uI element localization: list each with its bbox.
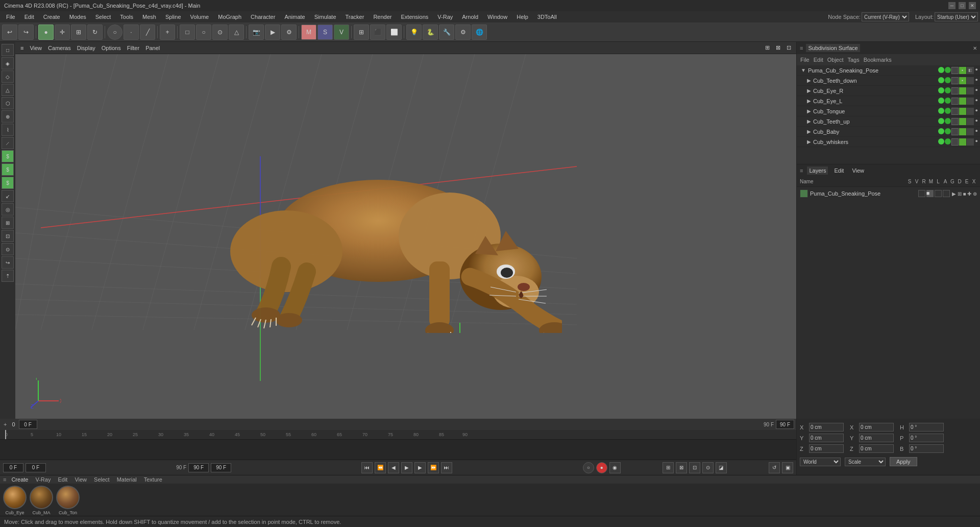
pb-mode2-btn[interactable]: ⊠: [676, 462, 687, 473]
pb-sel2-btn[interactable]: ▣: [782, 462, 793, 473]
menu-character[interactable]: Character: [247, 13, 279, 21]
material3-btn[interactable]: V: [334, 25, 349, 40]
left-tool-5[interactable]: ⬡: [2, 97, 14, 109]
om-row-whiskers[interactable]: ▶ Cub_whiskers ●: [797, 137, 980, 147]
pb-next-key-btn[interactable]: ⏩: [428, 462, 439, 473]
mat-vray-tab[interactable]: V-Ray: [33, 475, 53, 484]
lp-tab-edit[interactable]: Edit: [832, 166, 846, 175]
mat-item-eye[interactable]: Cub_Eye: [3, 486, 27, 515]
vp-panel-menu[interactable]: Panel: [143, 45, 162, 51]
left-tool-17[interactable]: ↪: [2, 256, 14, 269]
lp-menu-icon[interactable]: ≡: [800, 167, 803, 174]
box-btn[interactable]: □: [180, 25, 195, 40]
close-button[interactable]: ✕: [969, 2, 976, 9]
menu-tracker[interactable]: Tracker: [341, 13, 369, 21]
layer-vis[interactable]: ■: [926, 190, 934, 197]
coord-space-select[interactable]: World Local Object: [800, 458, 841, 466]
tl-end-input[interactable]: [776, 420, 794, 429]
menu-help[interactable]: Help: [512, 13, 532, 21]
om-row-teeth-up[interactable]: ▶ Cub_Teeth_up ●: [797, 116, 980, 127]
maximize-button[interactable]: □: [959, 2, 966, 9]
settings-btn[interactable]: ⚙: [281, 25, 297, 40]
mat-texture-tab[interactable]: Texture: [142, 475, 164, 484]
pb-end-input[interactable]: [188, 463, 209, 472]
display2-btn[interactable]: ⬜: [386, 25, 402, 40]
menu-spline[interactable]: Spline: [161, 13, 185, 21]
move-btn[interactable]: ✛: [55, 25, 70, 40]
om-menu-icon[interactable]: ≡: [800, 45, 803, 51]
menu-render[interactable]: Render: [369, 13, 396, 21]
playhead[interactable]: [5, 430, 6, 439]
rotate-btn[interactable]: ↻: [87, 25, 103, 40]
globe-btn[interactable]: 🌐: [472, 25, 487, 40]
pb-mode4-btn[interactable]: ⊙: [702, 462, 714, 473]
edge-mode-btn[interactable]: ╱: [140, 25, 155, 40]
node-space-select[interactable]: Current (V-Ray): [862, 12, 909, 21]
mat-menu-icon[interactable]: ≡: [3, 476, 6, 483]
display1-btn[interactable]: ⬛: [370, 25, 385, 40]
pb-prev-frame-btn[interactable]: ◀: [388, 462, 399, 473]
cone-btn[interactable]: △: [229, 25, 244, 40]
pb-record-btn[interactable]: ○: [583, 462, 594, 473]
om-row-teeth-down[interactable]: ▶ Cub_Teeth_down ▪ ●: [797, 76, 980, 86]
menu-select[interactable]: Select: [91, 13, 115, 21]
left-tool-8[interactable]: ⟋: [2, 137, 14, 149]
pb-prev-key-btn[interactable]: ⏪: [375, 462, 386, 473]
lp-tab-view[interactable]: View: [850, 166, 866, 175]
mat-item-ton[interactable]: Cub_Ton: [56, 486, 80, 515]
b-input[interactable]: [909, 444, 944, 453]
script-btn[interactable]: 🐍: [423, 25, 438, 40]
transform-mode-select[interactable]: Scale Move Rotate: [845, 458, 886, 466]
grid-btn[interactable]: ⊞: [354, 25, 369, 40]
pb-mode1-btn[interactable]: ⊞: [663, 462, 674, 473]
menu-modes[interactable]: Modes: [65, 13, 90, 21]
layer-mgr[interactable]: [943, 190, 950, 197]
menu-volume[interactable]: Volume: [186, 13, 213, 21]
menu-tools[interactable]: Tools: [116, 13, 137, 21]
live-select-btn[interactable]: ●: [38, 25, 54, 40]
om-edit-menu[interactable]: Edit: [812, 57, 825, 63]
mat-item-ma[interactable]: Cub_MA: [30, 486, 53, 515]
menu-edit[interactable]: Edit: [20, 13, 38, 21]
pb-last-frame-btn[interactable]: ⏭: [441, 462, 452, 473]
om-row-eye-l[interactable]: ▶ Cub_Eye_L ●: [797, 96, 980, 106]
menu-3dtoall[interactable]: 3DToAll: [533, 13, 561, 21]
menu-simulate[interactable]: Simulate: [310, 13, 340, 21]
left-tool-1[interactable]: □: [2, 44, 14, 56]
menu-create[interactable]: Create: [39, 13, 64, 21]
left-tool-12[interactable]: ↙: [2, 190, 14, 202]
left-tool-4[interactable]: △: [2, 84, 14, 96]
play-btn[interactable]: ▶: [265, 25, 280, 40]
h-input[interactable]: [909, 423, 944, 432]
vp-icon-3[interactable]: ⊡: [785, 44, 793, 51]
x-rot-input[interactable]: [859, 423, 894, 432]
layer-render[interactable]: [935, 190, 942, 197]
menu-animate[interactable]: Animate: [280, 13, 309, 21]
pb-next-frame-btn[interactable]: ▶: [414, 462, 426, 473]
layout-select[interactable]: Startup (User): [935, 12, 978, 21]
vp-options-menu[interactable]: Options: [100, 45, 123, 51]
mat-create-tab[interactable]: Create: [9, 475, 30, 484]
left-tool-2[interactable]: ◈: [2, 57, 14, 69]
om-row-puma[interactable]: ▼ Puma_Cub_Sneaking_Pose ▪ ◧ ●: [797, 65, 980, 76]
viewport-3d[interactable]: Perspective Default Camera ✱ Grid Spacin…: [15, 54, 796, 419]
vp-cameras-menu[interactable]: Cameras: [46, 45, 73, 51]
vp-menu-icon[interactable]: ≡: [18, 45, 26, 51]
om-row-eye-r[interactable]: ▶ Cub_Eye_R ●: [797, 86, 980, 96]
menu-mesh[interactable]: Mesh: [138, 13, 160, 21]
material1-btn[interactable]: M: [301, 25, 316, 40]
left-tool-3[interactable]: ◇: [2, 70, 14, 83]
pb-mode5-btn[interactable]: ◪: [716, 462, 727, 473]
z-rot-input[interactable]: [859, 444, 894, 453]
om-close-btn[interactable]: ✕: [973, 45, 977, 51]
lp-tab-layers[interactable]: Layers: [807, 166, 828, 175]
menu-mograph[interactable]: MoGraph: [214, 13, 246, 21]
om-object-menu[interactable]: Object: [826, 57, 845, 63]
om-expand-teeth[interactable]: ▶: [807, 78, 811, 83]
sphere-btn[interactable]: ○: [196, 25, 211, 40]
pb-current-frame[interactable]: [26, 463, 46, 472]
lp-row-puma[interactable]: Puma_Cub_Sneaking_Pose ■ ▶ ⊞ ■ ✚ ⊕: [798, 188, 979, 199]
scale-btn[interactable]: ⊞: [71, 25, 86, 40]
left-tool-9[interactable]: $: [2, 150, 14, 162]
mat-material-tab[interactable]: Material: [115, 475, 139, 484]
